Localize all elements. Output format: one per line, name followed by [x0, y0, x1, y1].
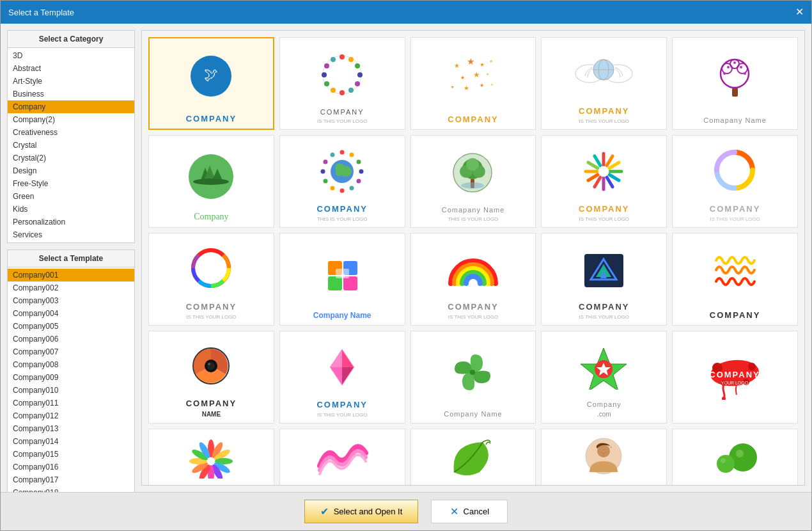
logo-cell-015[interactable]: COMPANY [672, 233, 798, 326]
template-item-company018[interactable]: Company018 [8, 486, 134, 492]
logo-cell-004[interactable]: COMPANY IS THIS YOUR LOGO [541, 37, 667, 130]
template-item-company016[interactable]: Company016 [8, 461, 134, 473]
template-item-company004[interactable]: Company004 [8, 307, 134, 320]
logo-cell-018[interactable]: Company Name [410, 331, 536, 424]
svg-point-38 [733, 61, 736, 64]
template-title: Select a Template [8, 250, 134, 267]
category-item-services[interactable]: Services [8, 228, 134, 241]
category-item-art-style[interactable]: Art-Style [8, 75, 134, 88]
svg-point-65 [461, 182, 484, 189]
logo-cell-012[interactable]: Company Name [279, 233, 405, 326]
svg-point-52 [340, 189, 345, 193]
logo-cell-021[interactable] [148, 429, 274, 485]
template-item-company014[interactable]: Company014 [8, 435, 134, 448]
svg-text:▲: ▲ [598, 268, 609, 281]
category-item-kids[interactable]: Kids [8, 203, 134, 216]
cancel-button-label: Cancel [464, 507, 489, 516]
svg-point-54 [324, 179, 328, 184]
logo-cell-002[interactable]: COMPANY IS THIS YOUR LOGO [279, 37, 405, 130]
category-item-design[interactable]: Design [8, 164, 134, 177]
window-title: Select a Template [8, 8, 74, 17]
category-item-business[interactable]: Business [8, 88, 134, 100]
svg-point-83 [199, 257, 223, 280]
logo-cell-003[interactable]: ★ ★ ★ ★ ★ ★ ★ ★ ★ ★ ★ COMP [410, 37, 536, 130]
category-item-free-style[interactable]: Free-Style [8, 177, 134, 190]
svg-text:★: ★ [480, 83, 484, 88]
logo-cell-005[interactable]: Comapany Name [672, 37, 798, 130]
category-item-creativeness[interactable]: Creativeness [8, 126, 134, 139]
svg-line-70 [609, 175, 619, 180]
main-window: Select a Template ✕ Select a Category 3D… [0, 0, 812, 531]
logo-cell-010[interactable]: COMPANY IS THIS YOUR LOGO [672, 135, 798, 228]
logo-cell-020[interactable]: COMPANY YOUR LOGO [672, 331, 798, 424]
template-list[interactable]: Company001Company002Company003Company004… [8, 267, 134, 492]
svg-point-64 [466, 158, 479, 171]
logo-cell-025[interactable] [672, 429, 798, 485]
logo-cell-017[interactable]: COMPANY IS THIS YOUR LOGO [279, 331, 405, 424]
template-item-company012[interactable]: Company012 [8, 409, 134, 422]
template-item-company017[interactable]: Company017 [8, 473, 134, 486]
category-item-crystal2[interactable]: Crystal(2) [8, 152, 134, 164]
template-item-company007[interactable]: Company007 [8, 345, 134, 358]
svg-text:★: ★ [486, 72, 489, 76]
svg-point-39 [723, 72, 726, 75]
svg-line-73 [595, 177, 600, 187]
logo-cell-009[interactable]: COMPANY IS THIS YOUR LOGO [541, 135, 667, 228]
logo-cell-007[interactable]: COMPANY THIS IS YOUR LOGO [279, 135, 405, 228]
svg-text:★: ★ [460, 75, 465, 81]
logo-grid: 🕊 COMPANY [142, 31, 804, 485]
template-item-company005[interactable]: Company005 [8, 320, 134, 333]
right-panel: 🕊 COMPANY [141, 30, 805, 486]
logo-cell-008[interactable]: Comapany Name THIS IS YOUR LOGO [410, 135, 536, 228]
category-item-3d[interactable]: 3D [8, 49, 134, 62]
select-and-open-button[interactable]: ✔ Select and Open It [304, 500, 419, 523]
svg-point-51 [350, 186, 354, 191]
template-item-company009[interactable]: Company009 [8, 371, 134, 384]
svg-line-67 [607, 156, 613, 166]
logo-cell-023[interactable] [410, 429, 536, 485]
logo-cell-011[interactable]: Company IS THIS YOUR LOGO [148, 233, 274, 326]
logo-cell-006[interactable]: Company [148, 135, 274, 228]
content-area: Select a Category 3DAbstractArt-StyleBus… [1, 24, 811, 492]
logo-cell-001[interactable]: 🕊 COMPANY [148, 37, 274, 130]
template-item-company008[interactable]: Company008 [8, 358, 134, 371]
svg-point-11 [324, 81, 329, 86]
template-item-company006[interactable]: Company006 [8, 333, 134, 345]
category-item-abstract[interactable]: Abstract [8, 62, 134, 75]
logo-cell-019[interactable]: Company .com [541, 331, 667, 424]
category-list[interactable]: 3DAbstractArt-StyleBusinessCompanyCompan… [8, 48, 134, 242]
logo-cell-022[interactable] [279, 429, 405, 485]
category-item-crystal[interactable]: Crystal [8, 139, 134, 152]
cancel-button[interactable]: ✕ Cancel [431, 500, 508, 523]
logo-cell-014[interactable]: ▲ COMPANY IS THIS YOUR LOGO [541, 233, 667, 326]
template-item-company013[interactable]: Company013 [8, 422, 134, 435]
svg-text:★: ★ [473, 70, 480, 79]
category-item-company[interactable]: Company [8, 100, 134, 113]
logo-cell-024[interactable] [541, 429, 667, 485]
svg-point-78 [598, 166, 609, 177]
cancel-x-icon: ✕ [450, 505, 458, 518]
template-item-company011[interactable]: Company011 [8, 397, 134, 409]
svg-line-77 [595, 156, 600, 166]
svg-rect-86 [328, 276, 342, 290]
template-item-company010[interactable]: Company010 [8, 384, 134, 397]
template-item-company001[interactable]: Company001 [8, 269, 134, 281]
svg-point-133 [721, 458, 726, 463]
category-item-green[interactable]: Green [8, 190, 134, 203]
logo-cell-013[interactable]: COMPANY IS THIS YOUR LOGO [410, 233, 536, 326]
svg-point-55 [321, 170, 325, 174]
svg-point-5 [355, 63, 360, 68]
logo-cell-016[interactable]: COMPANY NAME [148, 331, 274, 424]
category-item-personalization[interactable]: Personalization [8, 216, 134, 228]
svg-point-9 [340, 90, 345, 95]
svg-rect-31 [732, 88, 738, 97]
select-button-label: Select and Open It [334, 507, 403, 516]
template-item-company003[interactable]: Company003 [8, 294, 134, 307]
svg-text:YOUR LOGO: YOUR LOGO [721, 381, 749, 385]
template-item-company015[interactable]: Company015 [8, 448, 134, 461]
close-button[interactable]: ✕ [795, 7, 804, 17]
template-item-company002[interactable]: Company002 [8, 281, 134, 294]
category-item-company2[interactable]: Company(2) [8, 113, 134, 126]
title-bar: Select a Template ✕ [1, 1, 811, 24]
svg-text:★: ★ [467, 56, 475, 67]
